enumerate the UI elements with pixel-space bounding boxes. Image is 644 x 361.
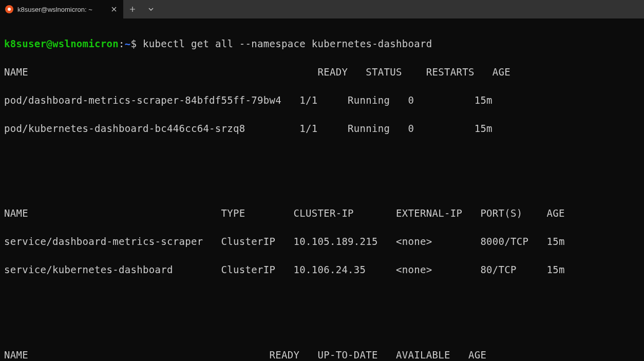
blank-line (4, 178, 640, 193)
titlebar-actions (123, 0, 160, 18)
deployments-header: NAME READY UP-TO-DATE AVAILABLE AGE (4, 348, 640, 361)
ubuntu-icon (5, 5, 13, 13)
blank-line (4, 150, 640, 164)
blank-line (4, 319, 640, 334)
services-header: NAME TYPE CLUSTER-IP EXTERNAL-IP PORT(S)… (4, 206, 640, 221)
services-row: service/kubernetes-dashboard ClusterIP 1… (4, 263, 640, 277)
close-icon[interactable] (110, 5, 118, 13)
pods-row: pod/dashboard-metrics-scraper-84bfdf55ff… (4, 93, 640, 108)
prompt-colon: : (119, 38, 125, 49)
pods-row: pod/kubernetes-dashboard-bc446cc64-srzq8… (4, 122, 640, 136)
dropdown-button[interactable] (142, 0, 160, 18)
prompt-dollar: $ (131, 38, 137, 49)
new-tab-button[interactable] (123, 0, 142, 18)
command-text: kubectl get all --namespace kubernetes-d… (137, 38, 432, 49)
prompt-line: k8suser@wslnomicron:~$ kubectl get all -… (4, 37, 640, 51)
terminal-tab[interactable]: k8suser@wslnomicron: ~ (0, 0, 123, 18)
prompt-user-host: k8suser@wslnomicron (4, 38, 119, 49)
tab-title: k8suser@wslnomicron: ~ (17, 6, 106, 13)
prompt-path: ~ (125, 38, 131, 49)
services-row: service/dashboard-metrics-scraper Cluste… (4, 235, 640, 249)
terminal-output[interactable]: k8suser@wslnomicron:~$ kubectl get all -… (0, 18, 644, 361)
pods-header: NAME READY STATUS RESTARTS AGE (4, 65, 640, 80)
titlebar: k8suser@wslnomicron: ~ (0, 0, 644, 18)
blank-line (4, 291, 640, 306)
